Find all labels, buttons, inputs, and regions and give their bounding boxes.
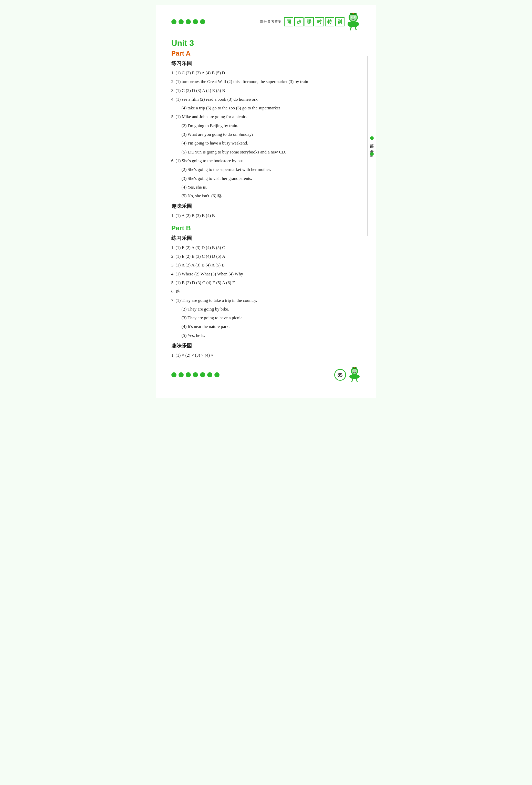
line-b4: 4. (1) Where (2) What (3) When (4) Why: [171, 270, 361, 278]
line-a3: 3. (1) C (2) D (3) A (4) E (5) B: [171, 86, 361, 95]
line-b7: 7. (1) They are going to take a trip in …: [171, 297, 361, 305]
foot-dot-1: [171, 372, 176, 377]
svg-point-15: [352, 369, 357, 374]
svg-line-7: [350, 27, 351, 30]
sidebar-dot: [370, 136, 374, 140]
line-a5-4: (4) I'm going to have a busy weekend.: [182, 139, 361, 147]
dot-4: [193, 19, 198, 24]
line-a5-5: (5) Liu Yun is going to buy some storybo…: [182, 148, 361, 156]
sidebar-dot2: [370, 152, 374, 156]
line-b6: 6. 略: [171, 287, 361, 296]
box-char-4: 时: [315, 17, 324, 26]
line-b-qu1: 1. (1) × (2) × (3) × (4) √: [171, 351, 361, 359]
line-a5-2: (2) I'm going to Beijing by train.: [182, 122, 361, 130]
foot-dot-4: [193, 372, 198, 377]
line-a5-3: (3) What are you going to do on Sunday?: [182, 130, 361, 138]
right-sidebar: 英语 六年级 （上册）: [367, 56, 376, 236]
footer-mascot-icon: [348, 367, 361, 382]
unit-title: Unit 3: [171, 39, 361, 48]
svg-point-19: [355, 371, 356, 371]
svg-point-4: [351, 17, 352, 18]
page-header: 部分参考答案 同 步 课 时 特 训: [171, 13, 361, 31]
line-a6: 6. (1) She's going to the bookstore by b…: [171, 157, 361, 165]
part-a-section2: 趣味乐园: [171, 203, 361, 209]
header-dots-left: [171, 19, 205, 24]
foot-dot-5: [200, 372, 205, 377]
box-char-3: 课: [305, 17, 314, 26]
footer-dots: [171, 372, 220, 377]
line-a1: 1. (1) C (2) E (3) A (4) B (5) D: [171, 69, 361, 77]
line-a4: 4. (1) see a film (2) read a book (3) do…: [171, 95, 361, 103]
sidebar-text2: 六年级: [369, 147, 374, 149]
footer-right: 85: [334, 367, 361, 382]
line-b7-3: (3) They are going to have a picnic.: [182, 314, 361, 322]
svg-point-24: [357, 375, 360, 378]
page-number: 85: [334, 369, 346, 381]
svg-point-5: [354, 17, 355, 18]
foot-dot-2: [179, 372, 184, 377]
dot-1: [171, 19, 176, 24]
svg-line-21: [352, 379, 353, 382]
line-a6-3: (3) She's going to visit her grandparent…: [182, 175, 361, 183]
box-char-5: 特: [325, 17, 334, 26]
box-char-2: 步: [294, 17, 304, 26]
header-label: 部分参考答案: [260, 20, 281, 24]
box-char-1: 同: [284, 17, 293, 26]
line-a5: 5. (1) Mike and John are going for a pic…: [171, 113, 361, 121]
svg-point-18: [353, 371, 353, 371]
svg-point-23: [349, 375, 352, 378]
dot-3: [186, 19, 191, 24]
box-char-6: 训: [335, 17, 345, 26]
line-a2: 2. (1) tomorrow, the Great Wall (2) this…: [171, 78, 361, 86]
svg-line-8: [355, 27, 356, 30]
sidebar-text3: （上册）: [369, 149, 374, 151]
svg-point-9: [348, 22, 351, 26]
sidebar-text1: 英语: [369, 141, 374, 142]
line-b1: 1. (1) E (2) A (3) D (4) B (5) C: [171, 244, 361, 252]
foot-dot-7: [214, 372, 220, 377]
svg-rect-20: [351, 374, 358, 379]
part-a-title: Part A: [171, 49, 361, 57]
svg-point-10: [356, 22, 359, 26]
line-a6-2: (2) She's going to the supermarket with …: [182, 166, 361, 174]
page-footer: 85: [171, 367, 361, 382]
part-b-section1: 练习乐园: [171, 235, 361, 242]
foot-dot-3: [186, 372, 191, 377]
part-a-section1: 练习乐园: [171, 60, 361, 67]
line-b7-4: (4) It's near the nature park.: [182, 323, 361, 331]
line-b2: 2. (1) E (2) B (3) C (4) D (5) A: [171, 252, 361, 260]
line-a-qu1: 1. (1) A (2) B (3) B (4) B: [171, 212, 361, 220]
line-b7-5: (5) Yes, he is.: [182, 331, 361, 340]
line-a4b: (4) take a trip (5) go to the zoo (6) go…: [182, 104, 361, 112]
line-b5: 5. (1) B (2) D (3) C (4) E (5) A (6) F: [171, 279, 361, 287]
dot-5: [200, 19, 205, 24]
line-a6-4: (4) Yes, she is.: [182, 183, 361, 192]
svg-line-22: [356, 379, 357, 382]
line-a6-5: (5) No, she isn't. (6) 略: [182, 192, 361, 200]
part-b-section2: 趣味乐园: [171, 342, 361, 349]
mascot-icon: [346, 13, 361, 31]
header-center: 部分参考答案 同 步 课 时 特 训: [260, 13, 361, 31]
line-b3: 3. (1) A (2) A (3) B (4) A (5) B: [171, 261, 361, 269]
foot-dot-6: [207, 372, 212, 377]
line-b7-2: (2) They are going by bike.: [182, 305, 361, 313]
dot-2: [179, 19, 184, 24]
part-b-title: Part B: [171, 224, 361, 232]
page: 部分参考答案 同 步 课 时 特 训: [156, 5, 376, 398]
